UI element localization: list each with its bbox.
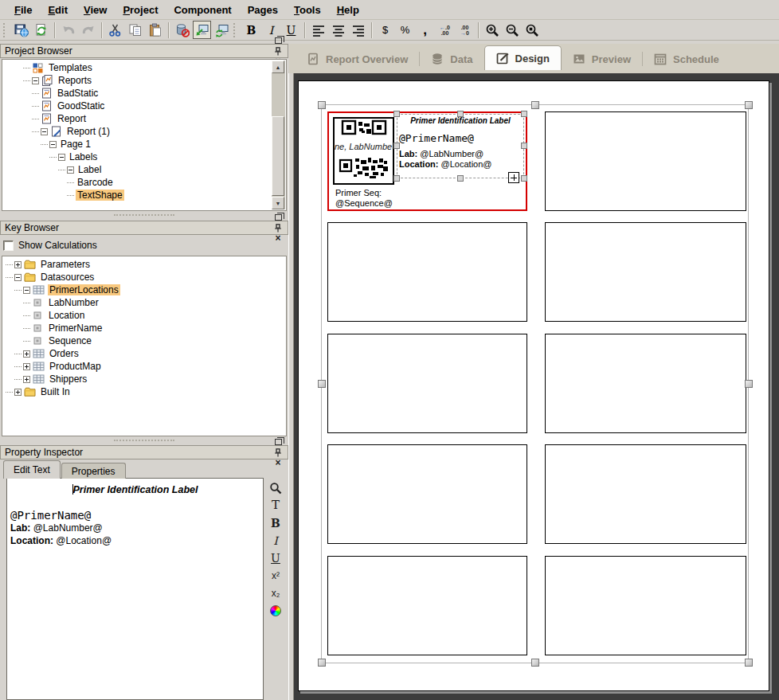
tab-schedule[interactable]: Schedule [643, 49, 730, 68]
tree-item-orders[interactable]: Orders [48, 348, 80, 359]
bold-icon[interactable]: B [242, 21, 260, 39]
collapse-icon[interactable] [32, 77, 39, 84]
tree-row[interactable]: Labels [2, 151, 286, 163]
tree-item-built-in[interactable]: Built In [39, 386, 72, 397]
menu-file[interactable]: File [6, 2, 40, 18]
toolbar-grip[interactable] [3, 23, 7, 37]
label-box-empty[interactable] [327, 444, 527, 544]
menu-view[interactable]: View [76, 2, 115, 18]
close-icon[interactable]: × [272, 233, 284, 244]
paste-icon[interactable] [146, 21, 164, 39]
float-icon[interactable] [272, 36, 284, 46]
tree-row[interactable]: PrimerLocations [2, 284, 286, 296]
search-icon[interactable] [269, 480, 282, 495]
selection-handle[interactable] [531, 101, 539, 109]
label-box-empty[interactable] [545, 556, 746, 655]
expand-icon[interactable] [14, 261, 22, 268]
pin-icon[interactable] [272, 223, 284, 233]
expand-plus-icon[interactable] [508, 172, 519, 183]
expand-icon[interactable] [23, 350, 30, 358]
tree-item-label[interactable]: Label [76, 164, 103, 175]
bold-icon[interactable]: B [271, 515, 280, 530]
tree-row[interactable]: Page 1 [2, 138, 286, 151]
tree-row[interactable]: Reports [2, 74, 286, 87]
tree-row[interactable]: Templates [2, 61, 286, 74]
tab-properties[interactable]: Properties [61, 463, 126, 479]
element-handle[interactable] [393, 175, 400, 182]
tree-row[interactable]: ProductMap [2, 360, 286, 373]
element-handle[interactable] [393, 143, 400, 149]
tree-row[interactable]: Shippers [2, 373, 286, 385]
label-box-empty[interactable] [545, 334, 746, 433]
tree-row[interactable]: Parameters [2, 258, 286, 271]
tree-item-labels[interactable]: Labels [68, 151, 99, 162]
percent-icon[interactable]: % [396, 21, 414, 39]
scroll-thumb[interactable] [272, 116, 284, 196]
menu-help[interactable]: Help [329, 2, 367, 18]
save-icon[interactable] [12, 21, 30, 39]
menu-tools[interactable]: Tools [286, 2, 329, 18]
tree-item-datasources[interactable]: Datasources [39, 272, 96, 283]
collapse-icon[interactable] [58, 154, 65, 161]
label-box-selected[interactable]: ne, LabNumbe Primer Identification Label… [327, 111, 527, 211]
tree-row[interactable]: Report [2, 112, 286, 125]
zoom-original-icon[interactable] [523, 21, 541, 39]
tree-row[interactable]: Report (1) [2, 125, 286, 138]
selection-handle[interactable] [745, 659, 753, 667]
cut-icon[interactable] [106, 21, 124, 39]
tree-item-primername[interactable]: PrimerName [47, 323, 104, 334]
tree-row[interactable]: Built In [2, 385, 286, 398]
color-icon[interactable] [270, 603, 281, 618]
float-icon[interactable] [272, 437, 284, 448]
text-shape-element[interactable]: Primer Identification Label @PrimerName@… [397, 114, 524, 178]
menu-edit[interactable]: Edit [40, 2, 76, 18]
selection-handle[interactable] [318, 101, 326, 109]
label-box-empty[interactable] [327, 556, 527, 655]
selection-handle[interactable] [745, 380, 753, 388]
pin-icon[interactable] [272, 448, 284, 458]
element-handle[interactable] [521, 143, 527, 149]
label-box-empty[interactable] [545, 222, 746, 322]
tree-item-primerlocations[interactable]: PrimerLocations [48, 284, 120, 295]
datasource-error-icon[interactable] [173, 21, 191, 39]
tree-row[interactable]: Sequence [2, 334, 286, 347]
tree-item-textshape[interactable]: TextShape [76, 190, 124, 201]
toolbar-grip[interactable] [233, 23, 237, 37]
italic-icon[interactable]: I [273, 533, 278, 548]
tree-row[interactable]: GoodStatic [2, 100, 286, 112]
show-calculations-checkbox[interactable] [3, 241, 14, 251]
tree-row[interactable]: PrimerName [2, 322, 286, 334]
publish-icon[interactable] [32, 21, 50, 39]
collapse-icon[interactable] [67, 166, 74, 174]
font-icon[interactable]: T [272, 498, 280, 513]
scroll-up-icon[interactable]: ▲ [272, 61, 284, 73]
comma-icon[interactable]: , [416, 21, 434, 39]
scrollbar[interactable]: ▲ ▼ [272, 61, 285, 209]
tree-item-sequence[interactable]: Sequence [47, 335, 93, 346]
tree-item-location[interactable]: Location [47, 310, 86, 321]
design-canvas[interactable]: ne, LabNumbe Primer Identification Label… [294, 73, 779, 700]
selection-handle[interactable] [531, 659, 539, 667]
scroll-down-icon[interactable]: ▼ [272, 197, 284, 209]
label-box-empty[interactable] [327, 334, 527, 433]
increase-decimal-icon[interactable]: ←.0.00 [436, 21, 454, 39]
tree-item-reports[interactable]: Reports [57, 75, 93, 86]
tree-item-parameters[interactable]: Parameters [39, 259, 92, 270]
zoom-out-icon[interactable] [503, 21, 521, 39]
tab-design[interactable]: Design [484, 45, 562, 70]
copy-icon[interactable] [126, 21, 144, 39]
panel-resize-grip[interactable] [114, 440, 174, 441]
align-right-icon[interactable] [349, 21, 367, 39]
expand-icon[interactable] [14, 389, 22, 396]
tree-item-report[interactable]: Report [56, 113, 88, 124]
label-box-empty[interactable] [327, 222, 527, 322]
superscript-icon[interactable]: x² [272, 568, 280, 583]
zoom-in-icon[interactable] [483, 21, 501, 39]
menu-pages[interactable]: Pages [240, 2, 286, 18]
tree-row[interactable]: Label [2, 163, 286, 176]
tree-item-labnumber[interactable]: LabNumber [47, 297, 100, 308]
underline-icon[interactable]: U [282, 21, 300, 39]
tree-row[interactable]: Orders [2, 347, 286, 360]
panel-splitter[interactable] [288, 73, 294, 700]
element-handle[interactable] [393, 111, 400, 117]
